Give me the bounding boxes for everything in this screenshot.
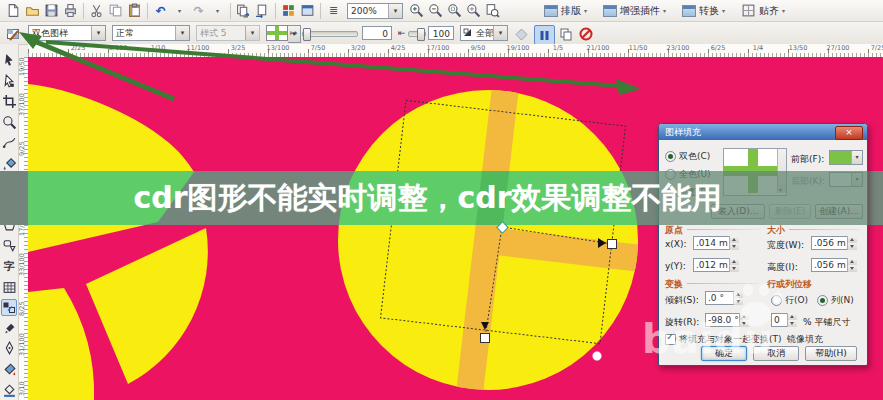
end-transparency-slider[interactable]: [408, 31, 426, 37]
text-tool[interactable]: 字: [1, 258, 17, 275]
spinner[interactable]: [787, 313, 797, 327]
close-icon[interactable]: ×: [835, 126, 863, 140]
mirror-fill-checkbox[interactable]: 镜像填充: [787, 333, 823, 346]
pattern-size-handle-right[interactable]: [608, 240, 617, 249]
transparency-target-combo[interactable]: 全部▾: [460, 25, 508, 41]
back-color-swatch[interactable]: ▾: [829, 172, 863, 187]
cancel-button[interactable]: 取消: [753, 346, 799, 361]
docker-button-增强插件[interactable]: 增强插件▾: [599, 2, 670, 20]
origin-y-field[interactable]: .012 m: [693, 258, 739, 272]
end-transparency-value[interactable]: 100: [428, 26, 454, 40]
pick-tool[interactable]: [1, 52, 17, 69]
fill-tool[interactable]: [1, 361, 17, 378]
welcome-screen-icon[interactable]: [298, 2, 317, 20]
origin-x-field[interactable]: .014 m: [693, 236, 739, 250]
chevron-down-icon[interactable]: ▾: [493, 26, 507, 40]
spinner[interactable]: [739, 313, 749, 327]
create-button[interactable]: 创建(A)...: [815, 204, 863, 219]
paste-icon[interactable]: [125, 2, 144, 20]
basic-shapes-tool[interactable]: [1, 237, 17, 254]
transform-with-object-checkbox[interactable]: 将填充与对象一起变换(T): [665, 333, 782, 346]
radio-full-color[interactable]: 全色(U): [665, 168, 711, 181]
freeze-icon[interactable]: [512, 25, 531, 43]
print-icon[interactable]: [61, 2, 80, 20]
view-list-icon[interactable]: ≣: [324, 2, 343, 20]
smart-fill-tool[interactable]: [1, 155, 17, 172]
zoom-selected-icon[interactable]: [445, 2, 464, 20]
export-icon[interactable]: [253, 2, 272, 20]
transparency-operation-combo[interactable]: 正常▾: [112, 25, 190, 41]
pattern-size-handle-bottom[interactable]: [481, 334, 490, 343]
eyedropper-tool[interactable]: [1, 320, 17, 337]
edit-transparency-icon[interactable]: [4, 25, 23, 43]
horizontal-ruler[interactable]: 2/259/1001/1011/1003/2513/1007/503/204/2…: [28, 44, 883, 58]
import-icon[interactable]: [234, 2, 253, 20]
pause-freeze-toggle-icon[interactable]: [534, 25, 555, 45]
chevron-down-icon[interactable]: [777, 149, 786, 193]
offset-value-field[interactable]: 0: [771, 313, 797, 327]
slider-thumb[interactable]: [303, 28, 311, 41]
redo-icon[interactable]: ↷: [189, 2, 208, 20]
ruler-label: 27/100: [827, 44, 850, 52]
chevron-down-icon[interactable]: ▾: [851, 173, 862, 186]
dropdown-arrow-icon[interactable]: ▾: [208, 2, 227, 20]
dropdown-arrow-icon[interactable]: ▾: [170, 2, 189, 20]
spinner[interactable]: [729, 258, 739, 272]
help-button[interactable]: 帮助(H): [805, 346, 857, 361]
spinner[interactable]: [733, 291, 743, 305]
docker-button-转换[interactable]: 转换▾: [678, 2, 729, 20]
front-color-swatch[interactable]: ▾: [829, 150, 863, 165]
chevron-down-icon[interactable]: ▾: [175, 26, 189, 40]
copy-properties-icon[interactable]: [556, 25, 575, 43]
docker-button-排版[interactable]: 排版▾: [540, 2, 591, 20]
zoom-all-icon[interactable]: [464, 2, 483, 20]
zoom-page-icon[interactable]: [483, 2, 502, 20]
spinner[interactable]: [847, 258, 857, 272]
open-folder-icon[interactable]: [23, 2, 42, 20]
rotate-label: 旋转(R):: [665, 316, 699, 329]
ok-button[interactable]: 确定: [701, 346, 747, 361]
outline-pen-tool[interactable]: [1, 340, 17, 357]
transparency-type-combo[interactable]: 双色图样▾: [28, 25, 106, 41]
width-field[interactable]: .056 m: [811, 236, 857, 250]
chevron-down-icon[interactable]: ▾: [388, 4, 402, 18]
radio-row-offset[interactable]: 行(O): [771, 294, 808, 307]
slider-thumb[interactable]: [417, 28, 425, 41]
selection-dot-handle[interactable]: [593, 352, 602, 361]
zoom-level-combo[interactable]: 200% ▾: [347, 3, 403, 19]
chevron-down-icon[interactable]: ▾: [91, 26, 105, 40]
new-document-icon[interactable]: [4, 2, 23, 20]
spinner[interactable]: [729, 236, 739, 250]
zoom-in-icon[interactable]: [407, 2, 426, 20]
no-transparency-icon[interactable]: [576, 25, 595, 43]
start-transparency-value[interactable]: 0: [362, 26, 392, 40]
transparency-type-value: 双色图样: [29, 27, 91, 40]
app-launcher-icon[interactable]: [279, 2, 298, 20]
interactive-fill-tool[interactable]: [1, 382, 17, 399]
load-button[interactable]: 装入(D)...: [711, 204, 765, 219]
spinner[interactable]: [847, 236, 857, 250]
zoom-out-icon[interactable]: [426, 2, 445, 20]
checkbox[interactable]: [665, 334, 676, 345]
radio-column-offset[interactable]: 列(N): [817, 294, 854, 307]
start-transparency-slider[interactable]: [302, 31, 358, 37]
radio-two-color[interactable]: 双色(C): [665, 150, 710, 163]
table-tool[interactable]: [1, 279, 17, 296]
save-icon[interactable]: [42, 2, 61, 20]
rotate-field[interactable]: -98.0 °: [705, 313, 749, 327]
freehand-tool[interactable]: [1, 134, 17, 151]
ruler-label: 4/25: [391, 44, 406, 52]
radio-bitmap[interactable]: 位图(B): [665, 186, 710, 199]
cut-scissors-icon[interactable]: [87, 2, 106, 20]
skew-field[interactable]: .0 °: [705, 291, 743, 305]
shape-tool[interactable]: [1, 73, 17, 90]
undo-icon[interactable]: ↶: [151, 2, 170, 20]
pattern-preview-dropdown[interactable]: [723, 148, 787, 196]
interactive-transparency-tool[interactable]: [1, 299, 17, 316]
copy-icon[interactable]: [106, 2, 125, 20]
zoom-tool[interactable]: [1, 114, 17, 131]
height-field[interactable]: .056 m: [811, 258, 857, 272]
crop-tool[interactable]: [1, 93, 17, 110]
chevron-down-icon[interactable]: ▾: [851, 151, 862, 164]
docker-button-贴齐[interactable]: 贴齐▾: [737, 2, 789, 20]
